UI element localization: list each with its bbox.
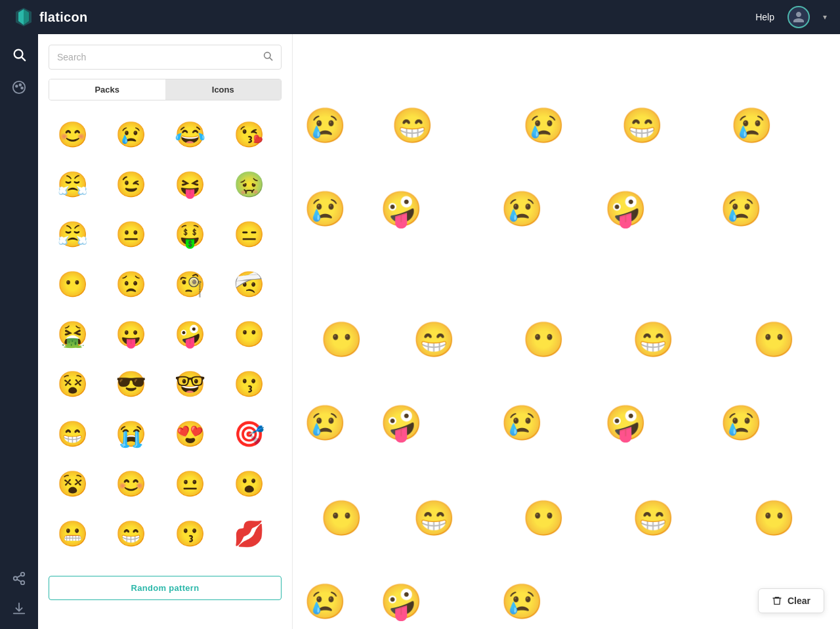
pattern-emoji: 😢 [720,403,763,443]
pattern-emoji: 😶 [320,320,363,360]
svg-line-4 [22,57,25,60]
pattern-emoji: 😁 [632,320,675,360]
main-canvas[interactable]: 😢😁😢😁😢😢🤪😢🤪😢😶😁😶😁😶😢🤪😢🤪😢😶😁😶😁😶😢🤪😢 [293,34,840,629]
clear-button[interactable]: Clear [758,588,824,613]
user-avatar[interactable] [788,6,810,28]
pattern-emoji: 🤪 [380,189,423,229]
left-panel: Packs Icons 😊😢😂😘😤😉😝🤢😤😐🤑😑😶😟🧐🤕🤮😛🤪😶😵😎🤓😗😁😭😍🎯… [38,34,293,629]
pattern-emoji: 😶 [522,498,565,538]
search-box [49,45,282,70]
svg-line-13 [17,575,21,578]
emoji-item[interactable]: 😶 [49,261,96,308]
pattern-emoji: 😢 [501,403,543,443]
emoji-item[interactable]: 😉 [108,161,155,208]
pattern-emoji: 😁 [413,498,455,538]
pattern-emoji: 🤪 [604,403,647,443]
pattern-emoji: 😁 [621,106,663,146]
svg-line-12 [17,579,21,582]
pattern-emoji: 😶 [753,498,795,538]
random-pattern-button[interactable]: Random pattern [49,576,282,600]
emoji-item[interactable]: 😍 [167,410,214,458]
tabs: Packs Icons [49,79,282,100]
emoji-item[interactable]: 🤑 [167,211,214,258]
pattern-emoji: 😢 [501,189,543,229]
sidebar-bottom [10,570,28,617]
logo[interactable]: flaticon [13,7,88,28]
emoji-item[interactable]: 😮 [225,460,272,508]
pattern-emoji: 😢 [304,582,346,622]
emoji-item[interactable]: 🤪 [167,311,214,358]
pattern-emoji: 🤪 [380,403,423,443]
search-input[interactable] [57,52,262,62]
pattern-emoji: 😶 [320,498,363,538]
emoji-item[interactable]: 😵 [49,360,96,408]
emoji-item[interactable]: 😊 [49,111,96,158]
emoji-item[interactable]: 😝 [167,161,214,208]
emoji-item[interactable]: 🧐 [167,261,214,308]
svg-point-6 [16,85,18,87]
emoji-item[interactable]: 😐 [108,211,155,258]
pattern-emoji: 🤪 [604,189,647,229]
emoji-item[interactable]: 😵 [49,460,96,508]
pattern-emoji: 😶 [753,320,795,360]
pattern-emoji: 😶 [522,320,565,360]
emoji-item[interactable]: 😁 [49,410,96,458]
random-btn-wrap: Random pattern [49,568,282,613]
pattern-emoji: 😢 [730,106,773,146]
emoji-item[interactable]: 🎯 [225,410,272,458]
svg-line-16 [270,58,272,60]
sidebar-item-search[interactable] [10,46,28,63]
emoji-item[interactable]: 😗 [167,510,214,557]
pattern-emoji: 🤪 [380,582,423,622]
search-icon[interactable] [262,51,273,64]
emoji-item[interactable]: 🤕 [225,261,272,308]
emoji-item[interactable]: 😁 [108,510,155,557]
pattern-emoji: 😢 [304,189,346,229]
pattern-emoji: 😁 [391,106,434,146]
emoji-item[interactable]: 😛 [108,311,155,358]
pattern-emoji: 😢 [522,106,565,146]
svg-point-8 [21,87,23,89]
emoji-item[interactable]: 💋 [225,510,272,557]
pattern-emoji: 😁 [413,320,455,360]
pattern-emoji: 😢 [304,403,346,443]
pattern-emoji: 😢 [501,582,543,622]
sidebar [0,34,38,629]
emoji-item[interactable]: 😶 [225,311,272,358]
clear-label: Clear [788,596,810,606]
pattern-emoji: 😢 [304,106,346,146]
emoji-item[interactable]: 😟 [108,261,155,308]
emoji-item[interactable]: 😤 [49,161,96,208]
emoji-item[interactable]: 😤 [49,211,96,258]
help-link[interactable]: Help [755,12,774,22]
emoji-item[interactable]: 😬 [49,510,96,557]
pattern-emoji: 😢 [720,189,763,229]
emoji-item[interactable]: 😑 [225,211,272,258]
sidebar-item-palette[interactable] [10,79,28,96]
logo-text: flaticon [39,10,88,25]
emoji-item[interactable]: 😘 [225,111,272,158]
topbar: flaticon Help ▾ [0,0,840,34]
emoji-item[interactable]: 🤓 [167,360,214,408]
emoji-grid: 😊😢😂😘😤😉😝🤢😤😐🤑😑😶😟🧐🤕🤮😛🤪😶😵😎🤓😗😁😭😍🎯😵😊😐😮😬😁😗💋 [49,111,282,557]
dropdown-arrow-icon[interactable]: ▾ [823,12,827,22]
sidebar-item-share[interactable] [10,570,28,587]
pattern-emoji: 😁 [632,498,675,538]
tab-icons[interactable]: Icons [165,79,282,100]
svg-point-7 [19,84,21,86]
emoji-item[interactable]: 😊 [108,460,155,508]
emoji-item[interactable]: 😐 [167,460,214,508]
emoji-item[interactable]: 😭 [108,410,155,458]
pattern-area: 😢😁😢😁😢😢🤪😢🤪😢😶😁😶😁😶😢🤪😢🤪😢😶😁😶😁😶😢🤪😢 [293,34,840,629]
sidebar-item-download[interactable] [10,600,28,617]
tab-packs[interactable]: Packs [49,79,165,100]
topbar-right: Help ▾ [755,6,827,28]
clear-icon [772,596,782,606]
emoji-item[interactable]: 🤮 [49,311,96,358]
logo-icon [13,7,34,28]
emoji-item[interactable]: 😢 [108,111,155,158]
emoji-item[interactable]: 🤢 [225,161,272,208]
emoji-item[interactable]: 😗 [225,360,272,408]
emoji-item[interactable]: 😎 [108,360,155,408]
emoji-item[interactable]: 😂 [167,111,214,158]
